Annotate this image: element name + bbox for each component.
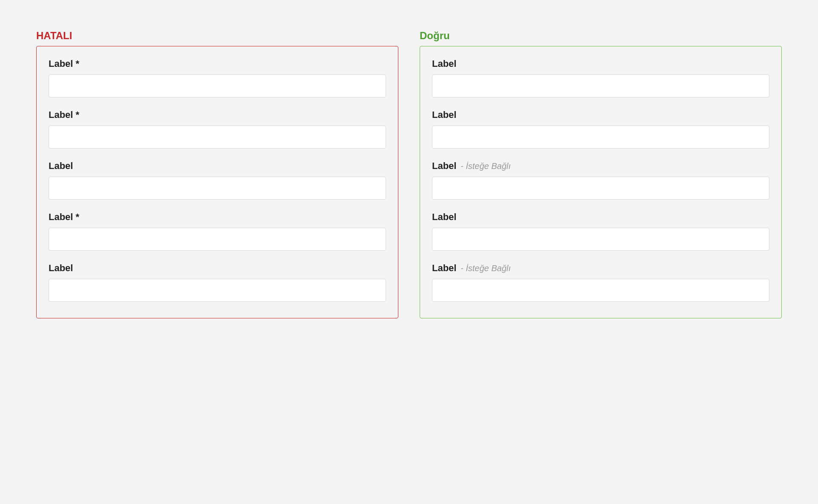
field-label: Label [49,160,73,171]
label-row: Label * [49,58,386,69]
field-label: Label * [49,212,79,222]
correct-column: Doğru Label Label Label - İsteğe Bağlı [420,30,782,318]
form-group: Label * [49,109,386,149]
comparison-container: HATALI Label * Label * Label [36,30,782,318]
text-input[interactable] [49,177,386,200]
label-row: Label * [49,212,386,223]
text-input[interactable] [432,74,769,97]
label-row: Label [49,160,386,172]
field-label: Label [432,160,456,171]
field-label: Label [432,212,456,222]
form-group: Label * [49,58,386,97]
form-group: Label [432,212,769,251]
optional-hint: - İsteğe Bağlı [458,161,510,171]
text-input[interactable] [49,279,386,302]
field-label: Label [432,109,456,120]
label-row: Label - İsteğe Bağlı [432,160,769,172]
field-label: Label * [49,58,79,69]
field-label: Label [432,263,456,273]
incorrect-column: HATALI Label * Label * Label [36,30,398,318]
label-row: Label [432,58,769,69]
label-row: Label - İsteğe Bağlı [432,263,769,274]
form-group: Label [49,160,386,200]
field-label: Label [432,58,456,69]
form-group: Label * [49,212,386,251]
label-row: Label * [49,109,386,120]
incorrect-title: HATALI [36,30,398,42]
field-label: Label * [49,109,79,120]
label-row: Label [49,263,386,274]
text-input[interactable] [49,228,386,251]
text-input[interactable] [432,228,769,251]
form-group: Label [49,263,386,302]
text-input[interactable] [432,177,769,200]
text-input[interactable] [432,126,769,149]
text-input[interactable] [49,74,386,97]
correct-title: Doğru [420,30,782,42]
form-group: Label [432,109,769,149]
field-label: Label [49,263,73,273]
label-row: Label [432,109,769,120]
form-group: Label [432,58,769,97]
correct-panel: Label Label Label - İsteğe Bağlı Label [420,46,782,318]
incorrect-panel: Label * Label * Label Label * [36,46,398,318]
label-row: Label [432,212,769,223]
optional-hint: - İsteğe Bağlı [458,263,510,273]
form-group: Label - İsteğe Bağlı [432,160,769,200]
text-input[interactable] [49,126,386,149]
form-group: Label - İsteğe Bağlı [432,263,769,302]
text-input[interactable] [432,279,769,302]
